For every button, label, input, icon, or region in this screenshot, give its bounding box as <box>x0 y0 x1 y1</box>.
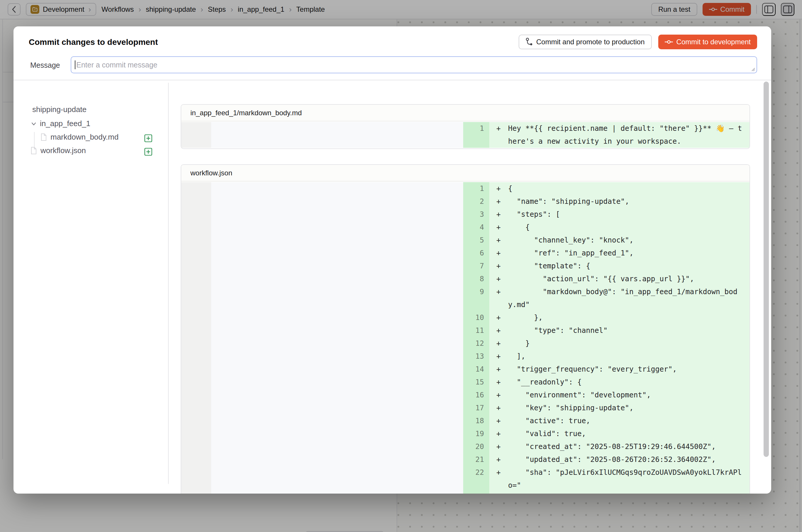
old-line-gutter <box>181 453 211 466</box>
old-line-gutter <box>181 388 211 401</box>
line-number: 23 <box>463 492 489 494</box>
line-number: 21 <box>463 453 489 466</box>
old-line-gutter <box>181 247 211 260</box>
added-line: + "name": "shipping-update", <box>489 195 749 208</box>
old-line-content <box>211 440 463 453</box>
line-number: 1 <box>463 182 489 195</box>
line-number: 6 <box>463 247 489 260</box>
diff-line-text: Hey **{{ recipient.name | default: "ther… <box>508 122 746 148</box>
old-line-content <box>211 182 463 195</box>
diff-line: 10+ }, <box>181 311 749 324</box>
diff-line-text: } <box>508 337 746 350</box>
old-line-content <box>211 234 463 247</box>
modal-scrollbar[interactable] <box>764 81 769 489</box>
added-line: + "type": "channel" <box>489 324 749 337</box>
added-line: + "action_url": "{{ vars.app_url }}", <box>489 272 749 285</box>
line-number: 15 <box>463 376 489 388</box>
diff-line-text: "environment": "development", <box>508 388 746 401</box>
diff-line: 16+ "environment": "development", <box>181 388 749 401</box>
old-line-content <box>211 122 463 148</box>
line-number: 5 <box>463 234 489 247</box>
text-caret <box>75 60 75 69</box>
added-line: + "environment": "development", <box>489 388 749 401</box>
diff-line: 5+ "channel_key": "knock", <box>181 234 749 247</box>
diff-line-text: "updated_at": "2025-08-26T20:26:52.36400… <box>508 453 746 466</box>
old-line-gutter <box>181 311 211 324</box>
old-line-content <box>211 285 463 311</box>
diff-line: 1+Hey **{{ recipient.name | default: "th… <box>181 122 749 148</box>
plus-marker: + <box>496 182 508 195</box>
old-line-gutter <box>181 122 211 148</box>
added-line: + }, <box>489 311 749 324</box>
tree-item-step-group[interactable]: in_app_feed_1 <box>31 119 90 128</box>
line-number: 19 <box>463 427 489 440</box>
diff-line-text: { <box>508 182 746 195</box>
old-line-content <box>211 350 463 363</box>
added-file-badge <box>144 148 152 156</box>
old-line-content <box>211 453 463 466</box>
commit-promote-button[interactable]: Commit and promote to production <box>519 35 652 49</box>
plus-marker: + <box>496 414 508 427</box>
plus-marker: + <box>496 466 508 479</box>
added-line: + "active": true, <box>489 414 749 427</box>
line-number: 11 <box>463 324 489 337</box>
line-number: 14 <box>463 363 489 376</box>
diff-line-text: "channel_key": "knock", <box>508 234 746 247</box>
diff-line-text: "valid": true, <box>508 427 746 440</box>
old-line-content <box>211 208 463 221</box>
plus-marker: + <box>496 195 508 208</box>
diff-line-text: "created_at": "2025-08-25T19:29:46.64450… <box>508 440 746 453</box>
document-icon <box>40 133 47 141</box>
diff-line-text: { <box>508 221 746 234</box>
old-line-gutter <box>181 182 211 195</box>
line-number: 20 <box>463 440 489 453</box>
scrollbar-thumb[interactable] <box>764 81 769 457</box>
commit-message-input[interactable]: Enter a commit message <box>71 56 757 73</box>
plus-marker: + <box>496 208 508 221</box>
modal-actions: Commit and promote to production Commit … <box>519 35 757 49</box>
old-line-content <box>211 337 463 350</box>
diff-line-text: "sha": "pJeLVir6xIlUCMGqs9qroZoUAVDSwA0y… <box>508 466 746 492</box>
added-line: + ], <box>489 350 749 363</box>
added-file-badge <box>144 134 152 142</box>
old-line-content <box>211 272 463 285</box>
old-line-gutter <box>181 208 211 221</box>
tree-item-workflow-json[interactable]: workflow.json <box>31 146 86 155</box>
old-line-gutter <box>181 272 211 285</box>
added-line: + } <box>489 337 749 350</box>
changed-files-sidebar: shipping-update in_app_feed_1 markdown_b… <box>14 80 169 494</box>
plus-marker: + <box>496 337 508 350</box>
line-number: 2 <box>463 195 489 208</box>
document-icon <box>31 147 37 155</box>
added-line: + "trigger_frequency": "every_trigger", <box>489 363 749 376</box>
old-line-content <box>211 466 463 492</box>
plus-marker: + <box>496 350 508 363</box>
diff-line: 12+ } <box>181 337 749 350</box>
added-line: + "channel_key": "knock", <box>489 234 749 247</box>
added-line: + "markdown_body@": "in_app_feed_1/markd… <box>489 285 749 311</box>
commit-to-development-button[interactable]: Commit to development <box>658 35 757 49</box>
diff-line-text: "ref": "in_app_feed_1", <box>508 247 746 260</box>
old-line-content <box>211 221 463 234</box>
message-placeholder: Enter a commit message <box>76 61 157 69</box>
line-number: 17 <box>463 401 489 414</box>
diff-line-text: "markdown_body@": "in_app_feed_1/markdow… <box>508 285 746 311</box>
old-line-content <box>211 427 463 440</box>
added-line: + "valid": true, <box>489 427 749 440</box>
line-number: 18 <box>463 414 489 427</box>
diff-line: 17+ "key": "shipping-update", <box>181 401 749 414</box>
added-line: + { <box>489 221 749 234</box>
tree-item-workflow-root[interactable]: shipping-update <box>32 105 87 114</box>
added-line: + "created_at": "2025-08-25T19:29:46.644… <box>489 440 749 453</box>
old-line-gutter <box>181 363 211 376</box>
diff-line: 7+ "template": { <box>181 260 749 272</box>
plus-marker: + <box>496 427 508 440</box>
commit-icon <box>665 39 673 45</box>
plus-marker: + <box>496 260 508 272</box>
tree-item-markdown-file[interactable]: markdown_body.md <box>40 133 118 141</box>
resize-grip-icon[interactable] <box>751 67 756 72</box>
old-line-content <box>211 363 463 376</box>
app-screen: Development › Workflows›shipping-update›… <box>0 0 802 532</box>
added-line: + "sha": "pJeLVir6xIlUCMGqs9qroZoUAVDSwA… <box>489 466 749 492</box>
old-line-gutter <box>181 466 211 492</box>
